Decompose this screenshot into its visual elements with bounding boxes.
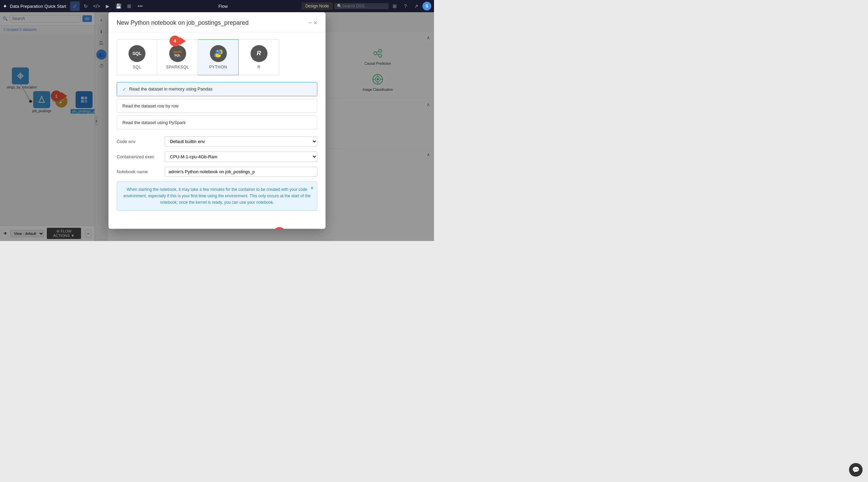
more-icon[interactable]: •••: [135, 1, 145, 11]
play-icon[interactable]: ▶: [103, 1, 112, 11]
modal-controls: − ×: [309, 19, 317, 27]
code-env-label: Code env: [117, 139, 161, 144]
share-icon[interactable]: ⤢: [70, 1, 80, 11]
new-notebook-modal: New Python notebook on job_postings_prep…: [108, 12, 326, 229]
analytics-icon[interactable]: ↗: [412, 1, 421, 11]
notebook-name-input[interactable]: [165, 167, 317, 177]
create-arrow: 5: [273, 227, 291, 229]
containerized-row: Containerized exec CPU-M-1-cpu-4Gb-Ram: [117, 152, 317, 162]
modal-minimize-button[interactable]: −: [309, 19, 312, 26]
python-icon: [210, 45, 227, 62]
refresh-icon[interactable]: ↻: [81, 1, 91, 11]
option-row-by-row[interactable]: Read the dataset row by row: [117, 99, 317, 113]
top-search-area[interactable]: 🔍: [334, 3, 389, 9]
info-box: When starting the notebook, it may take …: [117, 181, 317, 211]
grid-icon[interactable]: ⊞: [390, 1, 399, 11]
notebook-name-label: Notebook name: [117, 169, 161, 174]
option-row-label: Read the dataset row by row: [122, 103, 178, 108]
notebook-type-python[interactable]: PYTHON: [198, 39, 239, 75]
notebook-type-r[interactable]: R R: [239, 39, 279, 75]
modal-footer: 5 CREATE: [108, 223, 326, 229]
right-icons: ⊞ ? ↗ S: [390, 1, 431, 11]
modal-close-button[interactable]: ×: [313, 19, 317, 27]
option-pandas[interactable]: ✓ Read the dataset in memory using Panda…: [117, 82, 317, 96]
save-icon[interactable]: 💾: [114, 1, 123, 11]
top-navigation: ✦ Data Preparation Quick Start ⤢ ↻ </> ▶…: [0, 0, 434, 12]
option-pyspark[interactable]: Read the dataset using PySpark: [117, 116, 317, 129]
r-icon: R: [251, 45, 268, 62]
sql-label: SQL: [133, 65, 141, 69]
help-icon[interactable]: ?: [401, 1, 410, 11]
project-title: Data Preparation Quick Start: [10, 4, 66, 9]
user-avatar[interactable]: S: [422, 2, 431, 11]
code-icon[interactable]: </>: [92, 1, 101, 11]
code-env-row: Code env Default builtin env: [117, 136, 317, 147]
sparksql-icon: Spark SQL: [169, 45, 186, 62]
create-badge-circle: 5: [273, 227, 286, 229]
option-pandas-label: Read the dataset in memory using Pandas: [129, 86, 213, 92]
notebook-type-sql[interactable]: SQL SQL: [117, 39, 157, 75]
modal-body: SQL SQL 4 Spark SQL SPARKSQL: [108, 33, 326, 223]
containerized-label: Containerized exec: [117, 154, 161, 159]
flow-label: Flow: [218, 4, 228, 9]
notebook-name-row: Notebook name: [117, 167, 317, 177]
sql-icon: SQL: [129, 45, 145, 62]
containerized-select[interactable]: CPU-M-1-cpu-4Gb-Ram: [165, 152, 317, 162]
modal-header: New Python notebook on job_postings_prep…: [108, 12, 326, 33]
app-logo: ✦: [3, 3, 7, 9]
table-icon[interactable]: ⊞: [124, 1, 134, 11]
check-icon: ✓: [122, 86, 126, 92]
modal-overlay: New Python notebook on job_postings_prep…: [0, 0, 434, 241]
create-button-wrapper: 5 CREATE: [273, 227, 317, 229]
search-icon: 🔍: [337, 4, 342, 8]
modal-title: New Python notebook on job_postings_prep…: [117, 19, 249, 26]
design-node-button[interactable]: Design Node: [301, 2, 333, 10]
svg-point-68: [219, 56, 220, 57]
notebook-type-selector: SQL SQL 4 Spark SQL SPARKSQL: [117, 39, 317, 75]
sparksql-label: SPARKSQL: [166, 65, 189, 69]
svg-point-67: [217, 51, 218, 52]
option-list: ✓ Read the dataset in memory using Panda…: [117, 82, 317, 129]
option-pyspark-label: Read the dataset using PySpark: [122, 120, 185, 125]
code-env-select[interactable]: Default builtin env: [165, 136, 317, 147]
info-text: When starting the notebook, it may take …: [123, 187, 311, 205]
badge-4: 4: [170, 36, 186, 46]
r-label: R: [257, 65, 260, 69]
notebook-type-sparksql[interactable]: 4 Spark SQL SPARKSQL: [157, 39, 198, 75]
python-label: PYTHON: [209, 65, 227, 69]
info-close-button[interactable]: ×: [311, 185, 314, 191]
top-search-input[interactable]: [342, 4, 386, 8]
